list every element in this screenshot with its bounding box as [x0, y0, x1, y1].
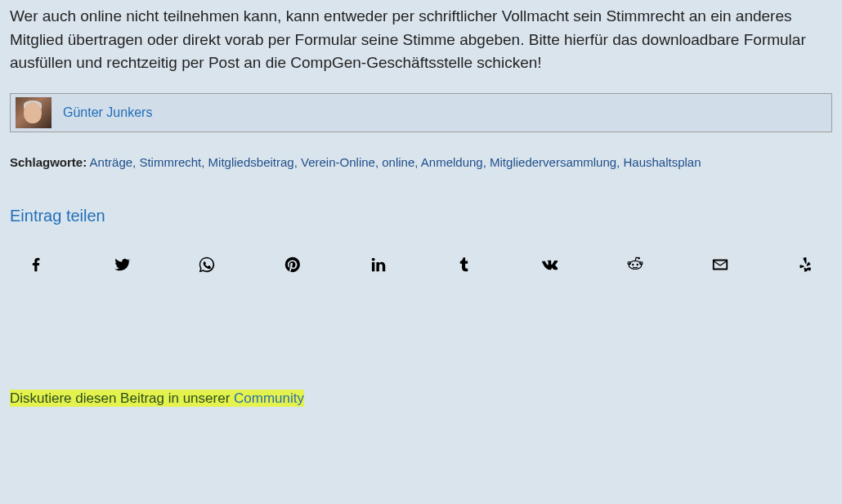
tag-link[interactable]: Verein-Online — [301, 155, 375, 169]
share-mail[interactable] — [710, 256, 730, 276]
svg-point-2 — [632, 263, 634, 265]
author-avatar — [16, 97, 52, 128]
tag-link[interactable]: online — [382, 155, 414, 169]
yelp-icon — [797, 256, 815, 277]
mail-icon — [711, 256, 729, 277]
share-heading: Eintrag teilen — [10, 207, 832, 225]
tags-label: Schlagworte: — [10, 155, 87, 169]
share-whatsapp[interactable] — [197, 256, 217, 276]
share-row — [10, 256, 832, 276]
share-tumblr[interactable] — [454, 256, 473, 276]
facebook-icon — [27, 256, 45, 277]
tag-link[interactable]: Mitgliedsbeitrag — [208, 155, 294, 169]
tag-link[interactable]: Anträge — [90, 155, 133, 169]
linkedin-icon — [369, 256, 387, 277]
share-reddit[interactable] — [625, 256, 645, 276]
discuss-prefix: Diskutiere diesen Beitrag in unserer — [10, 390, 234, 406]
reddit-icon — [626, 256, 644, 277]
discuss-link[interactable]: Community — [234, 390, 304, 406]
share-facebook[interactable] — [26, 256, 46, 276]
share-linkedin[interactable] — [369, 256, 388, 276]
svg-point-4 — [638, 256, 640, 259]
vk-icon — [540, 256, 558, 277]
svg-point-3 — [636, 263, 638, 265]
body-paragraph: Wer auch online nicht teilnehmen kann, k… — [10, 5, 832, 75]
tag-link[interactable]: Mitgliederversammlung — [490, 155, 616, 169]
pinterest-icon — [284, 256, 302, 277]
share-vk[interactable] — [540, 256, 559, 276]
tag-link[interactable]: Stimmrecht — [139, 155, 201, 169]
tags-row: Schlagworte: Anträge, Stimmrecht, Mitgli… — [10, 155, 832, 169]
share-yelp[interactable] — [796, 256, 816, 276]
tumblr-icon — [455, 256, 473, 277]
author-link[interactable]: Günter Junkers — [63, 105, 152, 120]
tag-link[interactable]: Haushaltsplan — [623, 155, 701, 169]
author-box: Günter Junkers — [10, 93, 832, 132]
twitter-icon — [113, 256, 131, 277]
share-twitter[interactable] — [112, 256, 132, 276]
discuss-row: Diskutiere diesen Beitrag in unserer Com… — [10, 390, 304, 407]
tag-link[interactable]: Anmeldung — [421, 155, 483, 169]
whatsapp-icon — [198, 256, 216, 277]
share-pinterest[interactable] — [283, 256, 302, 276]
